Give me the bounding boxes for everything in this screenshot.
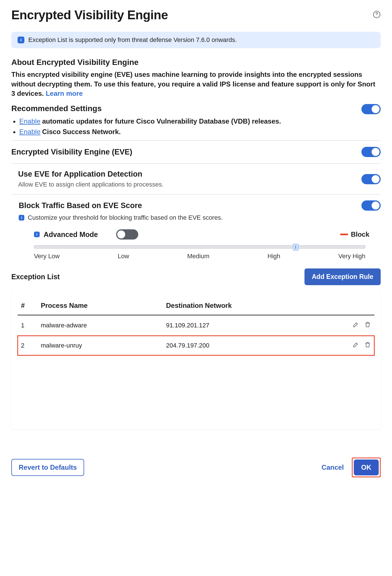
ok-button[interactable]: OK (354, 459, 379, 475)
app-detect-heading: Use EVE for Application Detection (18, 170, 164, 179)
col-dest: Destination Network (163, 299, 332, 315)
cell-index: 1 (18, 315, 37, 336)
advanced-mode-toggle[interactable] (116, 229, 138, 240)
banner-text: Exception List is supported only from th… (28, 36, 237, 44)
enable-link-vdb[interactable]: Enable (19, 117, 41, 125)
delete-icon[interactable] (364, 321, 371, 330)
recommended-heading: Recommended Settings (11, 104, 281, 113)
cell-process: malware-unruy (37, 336, 163, 356)
block-legend-dash-icon (340, 234, 348, 235)
block-toggle[interactable] (361, 200, 381, 211)
about-heading: About Encrypted Visibility Engine (11, 58, 381, 67)
ok-highlight: OK (352, 458, 381, 477)
score-slider[interactable] (34, 245, 365, 249)
info-banner: i Exception List is supported only from … (11, 32, 381, 48)
cell-index: 2 (18, 336, 37, 356)
block-heading: Block Traffic Based on EVE Score (19, 201, 142, 210)
app-detect-sub: Allow EVE to assign client applications … (18, 181, 164, 188)
help-icon[interactable] (373, 10, 381, 20)
col-actions (332, 299, 374, 315)
col-index: # (18, 299, 37, 315)
learn-more-link[interactable]: Learn more (46, 90, 83, 97)
info-icon: i (19, 215, 24, 221)
table-row: 1malware-adware91.109.201.127 (18, 315, 374, 336)
eve-heading: Encrypted Visibility Engine (EVE) (11, 148, 132, 156)
add-exception-button[interactable]: Add Exception Rule (304, 268, 381, 285)
app-detect-toggle[interactable] (361, 174, 381, 184)
rec-item-vdb: Enableautomatic updates for future Cisco… (19, 116, 281, 126)
svg-point-1 (376, 16, 377, 16)
cancel-button[interactable]: Cancel (321, 463, 344, 471)
info-icon: i (18, 37, 24, 43)
enable-link-csn[interactable]: Enable (19, 128, 41, 135)
delete-icon[interactable] (364, 341, 371, 350)
info-icon: i (34, 232, 40, 237)
slider-tick-labels: Very Low Low Medium High Very High (34, 249, 365, 260)
about-text: This encrypted visibility engine (EVE) u… (11, 70, 381, 98)
col-process: Process Name (37, 299, 163, 315)
table-row: 2malware-unruy204.79.197.200 (18, 336, 374, 356)
exception-heading: Exception List (11, 273, 60, 281)
block-legend: Block (340, 230, 369, 238)
eve-toggle[interactable] (361, 147, 381, 157)
cell-process: malware-adware (37, 315, 163, 336)
cell-dest: 204.79.197.200 (163, 336, 332, 356)
recommended-toggle[interactable] (361, 104, 381, 114)
revert-button[interactable]: Revert to Defaults (11, 459, 84, 476)
advanced-mode-label: Advanced Mode (44, 230, 98, 239)
page-title: Encrypted Visibility Engine (11, 8, 168, 22)
exception-table-card: # Process Name Destination Network 1malw… (11, 290, 381, 429)
cell-dest: 91.109.201.127 (163, 315, 332, 336)
edit-icon[interactable] (352, 341, 359, 350)
block-sub-text: Customize your threshold for blocking tr… (28, 214, 223, 221)
slider-thumb-icon[interactable] (293, 244, 299, 251)
rec-item-csn: EnableCisco Success Network. (19, 126, 281, 137)
edit-icon[interactable] (352, 321, 359, 330)
